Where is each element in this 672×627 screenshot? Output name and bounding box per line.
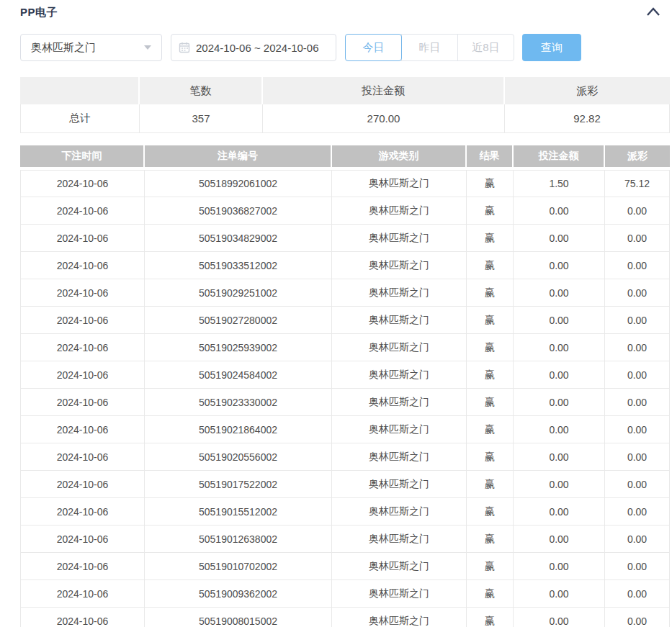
table-cell: 0.00 xyxy=(605,389,670,416)
table-cell: 2024-10-06 xyxy=(20,580,145,608)
table-cell: 2024-10-06 xyxy=(20,443,145,471)
table-row: 2024-10-0650519015512002奥林匹斯之门赢0.000.00 xyxy=(20,498,670,525)
table-cell: 奥林匹斯之门 xyxy=(332,608,467,627)
table-cell: 0.00 xyxy=(514,252,605,279)
page-title: PP电子 xyxy=(20,6,670,19)
table-cell: 0.00 xyxy=(514,307,605,334)
summary-header-cell: 派彩 xyxy=(505,77,670,104)
table-row: 2024-10-0650518992061002奥林匹斯之门赢1.5075.12 xyxy=(20,170,670,197)
table-cell: 0.00 xyxy=(605,416,670,443)
table-cell: 0.00 xyxy=(514,498,605,525)
chevron-down-icon xyxy=(144,45,151,50)
records-header-row: 下注时间注单编号游戏类别结果投注金额派彩 xyxy=(20,145,670,170)
collapse-button[interactable] xyxy=(645,6,661,19)
table-row: 2024-10-0650519027280002奥林匹斯之门赢0.000.00 xyxy=(20,307,670,334)
table-cell: 0.00 xyxy=(605,279,670,307)
table-cell: 奥林匹斯之门 xyxy=(332,334,467,361)
summary-header-cell: 笔数 xyxy=(140,77,263,104)
table-cell: 50519027280002 xyxy=(145,307,332,334)
table-cell: 0.00 xyxy=(605,498,670,525)
table-cell: 赢 xyxy=(467,307,514,334)
table-cell: 50519009362002 xyxy=(145,580,332,608)
table-cell: 50519020556002 xyxy=(145,443,332,471)
table-cell: 奥林匹斯之门 xyxy=(332,416,467,443)
quick-button-today[interactable]: 今日 xyxy=(345,34,402,61)
table-cell: 2024-10-06 xyxy=(20,170,145,197)
records-header-cell: 注单编号 xyxy=(145,145,332,170)
summary-count: 357 xyxy=(140,104,263,133)
table-cell: 50519033512002 xyxy=(145,252,332,279)
records-header-cell: 游戏类别 xyxy=(332,145,467,170)
table-cell: 50519012638002 xyxy=(145,525,332,553)
table-cell: 2024-10-06 xyxy=(20,608,145,627)
table-cell: 赢 xyxy=(467,170,514,197)
table-cell: 0.00 xyxy=(514,580,605,608)
table-cell: 2024-10-06 xyxy=(20,252,145,279)
quick-button-yesterday[interactable]: 昨日 xyxy=(401,34,458,61)
records-header-cell: 结果 xyxy=(467,145,514,170)
table-cell: 奥林匹斯之门 xyxy=(332,252,467,279)
table-cell: 2024-10-06 xyxy=(20,498,145,525)
table-row: 2024-10-0650519033512002奥林匹斯之门赢0.000.00 xyxy=(20,252,670,279)
table-cell: 50519008015002 xyxy=(145,608,332,627)
table-cell: 2024-10-06 xyxy=(20,225,145,252)
table-cell: 50519024584002 xyxy=(145,361,332,389)
table-cell: 50519034829002 xyxy=(145,225,332,252)
summary-header-cell: 投注金额 xyxy=(263,77,505,104)
quick-button-last-8-days[interactable]: 近8日 xyxy=(457,34,514,61)
records-body: 2024-10-0650518992061002奥林匹斯之门赢1.5075.12… xyxy=(20,170,670,627)
table-row: 2024-10-0650519010702002奥林匹斯之门赢0.000.00 xyxy=(20,553,670,580)
table-cell: 2024-10-06 xyxy=(20,279,145,307)
table-row: 2024-10-0650519036827002奥林匹斯之门赢0.000.00 xyxy=(20,197,670,225)
table-cell: 赢 xyxy=(467,498,514,525)
table-cell: 赢 xyxy=(467,416,514,443)
table-cell: 赢 xyxy=(467,334,514,361)
table-cell: 奥林匹斯之门 xyxy=(332,553,467,580)
game-select[interactable]: 奥林匹斯之门 xyxy=(20,34,162,61)
table-cell: 赢 xyxy=(467,443,514,471)
table-cell: 奥林匹斯之门 xyxy=(332,498,467,525)
table-cell: 2024-10-06 xyxy=(20,197,145,225)
table-cell: 奥林匹斯之门 xyxy=(332,361,467,389)
table-row: 2024-10-0650519008015002奥林匹斯之门赢0.000.00 xyxy=(20,608,670,627)
table-row: 2024-10-0650519021864002奥林匹斯之门赢0.000.00 xyxy=(20,416,670,443)
date-range-input[interactable]: 2024-10-06 ~ 2024-10-06 xyxy=(171,34,336,61)
table-cell: 0.00 xyxy=(605,553,670,580)
table-cell: 0.00 xyxy=(514,279,605,307)
table-row: 2024-10-0650519009362002奥林匹斯之门赢0.000.00 xyxy=(20,580,670,608)
table-cell: 赢 xyxy=(467,252,514,279)
table-row: 2024-10-0650519025939002奥林匹斯之门赢0.000.00 xyxy=(20,334,670,361)
table-cell: 50519015512002 xyxy=(145,498,332,525)
table-cell: 奥林匹斯之门 xyxy=(332,307,467,334)
table-cell: 奥林匹斯之门 xyxy=(332,580,467,608)
table-cell: 50519010702002 xyxy=(145,553,332,580)
records-table: 下注时间注单编号游戏类别结果投注金额派彩 2024-10-06505189920… xyxy=(20,145,670,627)
summary-payout: 92.82 xyxy=(505,104,670,133)
table-cell: 赢 xyxy=(467,553,514,580)
table-cell: 奥林匹斯之门 xyxy=(332,525,467,553)
table-cell: 赢 xyxy=(467,225,514,252)
panel: PP电子 奥林匹斯之门 2024-10-06 ~ 2024- xyxy=(20,0,670,627)
table-cell: 2024-10-06 xyxy=(20,334,145,361)
table-cell: 奥林匹斯之门 xyxy=(332,471,467,498)
table-cell: 赢 xyxy=(467,389,514,416)
table-cell: 0.00 xyxy=(514,525,605,553)
table-cell: 2024-10-06 xyxy=(20,471,145,498)
search-button[interactable]: 查询 xyxy=(522,34,581,61)
table-cell: 50519025939002 xyxy=(145,334,332,361)
records-header-cell: 派彩 xyxy=(605,145,670,170)
table-cell: 0.00 xyxy=(514,553,605,580)
table-cell: 0.00 xyxy=(605,443,670,471)
table-cell: 50518992061002 xyxy=(145,170,332,197)
table-cell: 0.00 xyxy=(605,471,670,498)
table-cell: 0.00 xyxy=(514,334,605,361)
table-cell: 2024-10-06 xyxy=(20,525,145,553)
table-cell: 0.00 xyxy=(605,608,670,627)
table-cell: 50519021864002 xyxy=(145,416,332,443)
records-header-cell: 投注金额 xyxy=(514,145,605,170)
table-cell: 0.00 xyxy=(605,525,670,553)
panel-header: PP电子 xyxy=(20,0,670,26)
table-cell: 0.00 xyxy=(514,471,605,498)
table-row: 2024-10-0650519020556002奥林匹斯之门赢0.000.00 xyxy=(20,443,670,471)
chevron-up-icon xyxy=(646,6,660,17)
